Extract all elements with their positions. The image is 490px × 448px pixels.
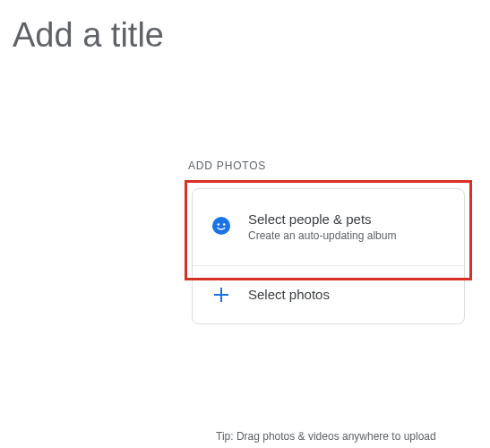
svg-point-2 (223, 223, 226, 226)
face-icon (211, 215, 232, 237)
option-title: Select photos (248, 286, 330, 304)
select-people-pets-option[interactable]: Select people & pets Create an auto-upda… (193, 189, 464, 265)
svg-point-0 (212, 217, 230, 235)
option-text: Select people & pets Create an auto-upda… (248, 211, 396, 242)
select-photos-option[interactable]: Select photos (193, 266, 464, 323)
add-photos-section-label: ADD PHOTOS (188, 159, 266, 172)
plus-icon (211, 284, 232, 306)
upload-tip-text: Tip: Drag photos & videos anywhere to up… (216, 430, 436, 443)
option-text: Select photos (248, 286, 330, 304)
add-photos-options: Select people & pets Create an auto-upda… (192, 188, 465, 324)
album-title-input[interactable] (13, 16, 371, 55)
svg-point-1 (218, 223, 220, 226)
option-subtitle: Create an auto-updating album (248, 229, 396, 242)
option-title: Select people & pets (248, 211, 396, 228)
